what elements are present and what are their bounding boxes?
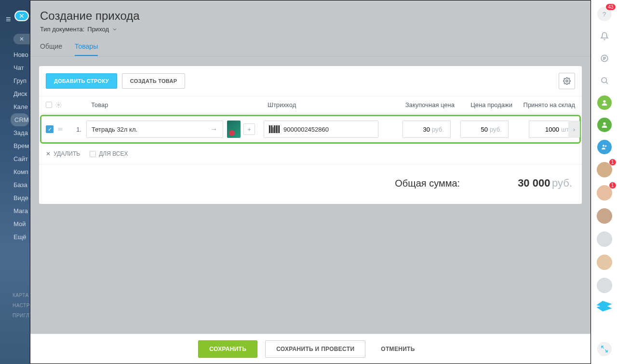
right-rail: ? 43 1 1 bbox=[591, 0, 617, 364]
bird-icon[interactable] bbox=[597, 301, 612, 311]
avatar[interactable] bbox=[597, 278, 612, 293]
currency-label: руб. bbox=[432, 126, 444, 133]
purchase-price-input[interactable]: руб. bbox=[402, 121, 451, 138]
for-all-checkbox[interactable]: ДЛЯ ВСЕХ bbox=[90, 150, 128, 157]
chevron-down-icon bbox=[112, 27, 118, 32]
sidebar-footer-item[interactable]: КАРТА bbox=[0, 290, 30, 300]
sidebar-item[interactable]: Комп bbox=[0, 165, 30, 178]
left-sidebar: ≡ ✕ ✕ Ново Чат Груп Диск Кале CRM Зада В… bbox=[0, 0, 30, 364]
svg-point-4 bbox=[603, 145, 604, 147]
total-value: 30 000 bbox=[518, 177, 550, 189]
avatar[interactable]: 1 bbox=[597, 185, 612, 201]
toolbar: ДОБАВИТЬ СТРОКУ СОЗДАТЬ ТОВАР bbox=[39, 66, 582, 96]
sidebar-item[interactable]: Ново bbox=[0, 48, 30, 61]
sidebar-item[interactable]: Мой bbox=[0, 217, 30, 230]
avatar[interactable]: 1 bbox=[597, 162, 612, 177]
avatar[interactable] bbox=[597, 231, 612, 247]
header: Создание прихода Тип документа: Приход bbox=[30, 0, 590, 33]
add-image-button[interactable]: + bbox=[243, 123, 255, 135]
svg-point-7 bbox=[58, 104, 59, 106]
save-and-post-button[interactable]: СОХРАНИТЬ И ПРОВЕСТИ bbox=[265, 340, 365, 358]
sidebar-item[interactable]: Виде bbox=[0, 191, 30, 204]
cancel-button[interactable]: ОТМЕНИТЬ bbox=[373, 341, 422, 357]
drag-handle-icon[interactable] bbox=[55, 126, 65, 132]
col-product: Товар bbox=[88, 101, 268, 108]
help-badge: 43 bbox=[606, 4, 615, 10]
currency-label: руб. bbox=[490, 126, 502, 133]
unit-label: шт bbox=[561, 126, 569, 133]
menu-icon[interactable]: ≡ bbox=[6, 14, 11, 25]
close-panel-button[interactable]: ✕ bbox=[14, 11, 29, 21]
add-row-button[interactable]: ДОБАВИТЬ СТРОКУ bbox=[46, 73, 117, 89]
sidebar-footer-item[interactable]: ПРИГЛ bbox=[0, 310, 30, 321]
avatar[interactable] bbox=[597, 208, 612, 224]
sidebar-item[interactable]: База bbox=[0, 178, 30, 191]
checkbox-icon bbox=[90, 151, 96, 157]
table-row-wrap: ✓ 1. Тетрадь 32л кл. → + 9000002452860 bbox=[39, 114, 582, 145]
expand-icon[interactable] bbox=[597, 342, 612, 356]
sale-price-value[interactable] bbox=[466, 126, 488, 133]
purchase-price-value[interactable] bbox=[408, 126, 430, 133]
total-currency: руб. bbox=[552, 177, 572, 189]
sidebar-item[interactable]: Диск bbox=[0, 87, 30, 100]
tab-close-button[interactable]: ✕ bbox=[13, 34, 30, 44]
sidebar-item[interactable]: Мага bbox=[0, 204, 30, 217]
svg-point-6 bbox=[566, 80, 568, 82]
sale-price-input[interactable]: руб. bbox=[460, 121, 509, 138]
row-actions: ✕ УДАЛИТЬ ДЛЯ ВСЕХ bbox=[39, 145, 582, 164]
svg-point-5 bbox=[605, 145, 606, 147]
user-add-icon[interactable] bbox=[597, 95, 612, 110]
search-icon[interactable] bbox=[597, 73, 612, 88]
delete-label: УДАЛИТЬ bbox=[54, 150, 80, 157]
barcode-icon bbox=[269, 125, 280, 133]
save-button[interactable]: СОХРАНИТЬ bbox=[198, 340, 257, 358]
sidebar-items: Ново Чат Груп Диск Кале CRM Зада Врем Са… bbox=[0, 48, 30, 243]
barcode-value: 9000002452860 bbox=[283, 126, 329, 133]
sidebar-item[interactable]: Врем bbox=[0, 139, 30, 152]
row-checkbox[interactable]: ✓ bbox=[46, 125, 54, 133]
doc-type-selector[interactable]: Тип документа: Приход bbox=[40, 26, 581, 33]
sidebar-item[interactable]: Ещё bbox=[0, 230, 30, 243]
gear-icon[interactable] bbox=[559, 73, 575, 89]
qty-value[interactable] bbox=[533, 126, 559, 133]
page-title: Создание прихода bbox=[40, 9, 581, 23]
product-thumbnail[interactable] bbox=[227, 121, 241, 138]
sidebar-item[interactable]: Чат bbox=[0, 61, 30, 74]
col-barcode: Штрихкод bbox=[268, 101, 387, 108]
team-icon[interactable] bbox=[597, 140, 612, 154]
barcode-input[interactable]: 9000002452860 bbox=[264, 121, 378, 138]
select-all-checkbox[interactable] bbox=[46, 102, 52, 108]
tab-goods[interactable]: Товары bbox=[75, 42, 98, 56]
sidebar-item[interactable]: Сайт bbox=[0, 152, 30, 165]
delete-button[interactable]: ✕ УДАЛИТЬ bbox=[46, 150, 80, 157]
col-sale-price: Цена продажи bbox=[455, 101, 512, 108]
avatar[interactable] bbox=[597, 255, 612, 270]
row-number: 1. bbox=[65, 126, 86, 133]
sidebar-item[interactable]: Груп bbox=[0, 74, 30, 87]
bell-icon[interactable] bbox=[597, 29, 612, 43]
avatar-badge: 1 bbox=[609, 182, 616, 189]
help-icon[interactable]: ? 43 bbox=[597, 7, 612, 21]
table-header: Товар Штрихкод Закупочная цена Цена прод… bbox=[39, 96, 582, 114]
chat-icon[interactable] bbox=[597, 51, 612, 66]
arrow-right-icon[interactable]: → bbox=[210, 125, 218, 134]
svg-point-3 bbox=[603, 122, 605, 125]
close-icon: ✕ bbox=[46, 150, 51, 157]
sidebar-item-crm[interactable]: CRM bbox=[11, 113, 29, 126]
tab-general[interactable]: Общие bbox=[40, 42, 62, 56]
doc-type-value: Приход bbox=[87, 26, 109, 33]
table-row: ✓ 1. Тетрадь 32л кл. → + 9000002452860 bbox=[40, 116, 581, 143]
product-input[interactable]: Тетрадь 32л кл. → bbox=[86, 121, 223, 138]
sidebar-item[interactable]: Зада bbox=[0, 126, 30, 139]
user-check-icon[interactable] bbox=[597, 118, 612, 132]
sidebar-footer-item[interactable]: НАСТР bbox=[0, 300, 30, 310]
create-product-button[interactable]: СОЗДАТЬ ТОВАР bbox=[122, 73, 186, 89]
column-gear-icon[interactable] bbox=[55, 102, 67, 108]
footer: СОХРАНИТЬ СОХРАНИТЬ И ПРОВЕСТИ ОТМЕНИТЬ bbox=[30, 334, 590, 364]
total-label: Общая сумма: bbox=[395, 178, 460, 189]
sidebar-item[interactable]: Кале bbox=[0, 100, 30, 113]
chevron-right-icon[interactable]: › bbox=[568, 121, 580, 138]
col-purchase-price: Закупочная цена bbox=[387, 101, 455, 108]
for-all-label: ДЛЯ ВСЕХ bbox=[99, 150, 128, 157]
svg-point-1 bbox=[602, 78, 607, 83]
